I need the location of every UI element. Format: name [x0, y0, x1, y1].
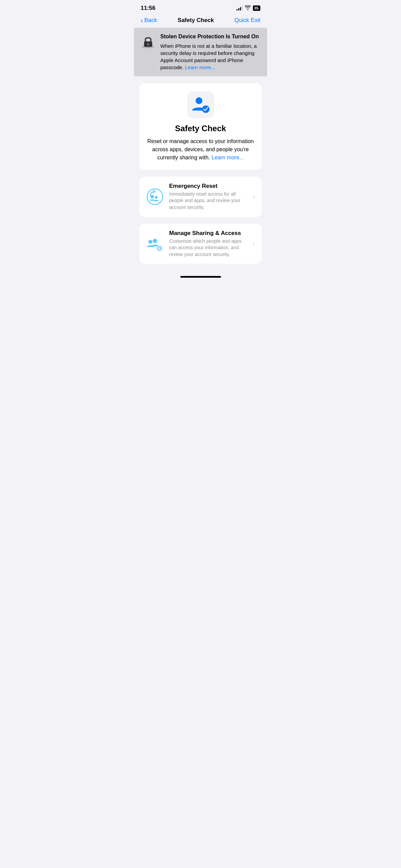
svg-rect-3: [148, 44, 149, 45]
home-bar: [180, 276, 221, 278]
emergency-reset-card[interactable]: Emergency Reset Immediately reset access…: [139, 177, 262, 217]
banner-description: When iPhone is not at a familiar locatio…: [160, 42, 260, 71]
manage-sharing-card[interactable]: Manage Sharing & Access Customize which …: [139, 224, 262, 264]
safety-check-icon-wrapper: [187, 91, 214, 118]
nav-bar: ‹ Back Safety Check Quick Exit: [134, 14, 267, 28]
manage-sharing-chevron-icon: ›: [253, 240, 255, 247]
back-chevron-icon: ‹: [141, 17, 143, 24]
svg-point-4: [196, 97, 202, 104]
svg-point-7: [151, 195, 154, 198]
quick-exit-button[interactable]: Quick Exit: [234, 17, 260, 24]
safety-check-icon: [192, 96, 210, 113]
banner-title: Stolen Device Protection Is Turned On: [160, 33, 260, 40]
status-icons: 85: [237, 5, 260, 11]
home-indicator: [134, 271, 267, 280]
svg-point-8: [155, 196, 158, 199]
back-label: Back: [144, 17, 157, 24]
svg-point-9: [148, 240, 153, 244]
page-title: Safety Check: [178, 17, 214, 24]
svg-point-10: [153, 239, 157, 243]
emergency-reset-text: Emergency Reset Immediately reset access…: [169, 183, 247, 211]
banner-content: Stolen Device Protection Is Turned On Wh…: [160, 33, 260, 71]
banner-learn-more-link[interactable]: Learn more...: [185, 64, 215, 70]
card-title: Safety Check: [146, 124, 255, 133]
emergency-reset-chevron-icon: ›: [253, 193, 255, 200]
emergency-reset-description: Immediately reset access for all people …: [169, 191, 247, 211]
lock-icon: [141, 34, 156, 52]
manage-sharing-text: Manage Sharing & Access Customize which …: [169, 230, 247, 258]
main-content: Safety Check Reset or manage access to y…: [134, 76, 267, 271]
emergency-reset-icon: [146, 188, 164, 205]
manage-sharing-description: Customize which people and apps can acce…: [169, 238, 247, 258]
card-learn-more-link[interactable]: Learn more...: [212, 155, 244, 160]
emergency-reset-title: Emergency Reset: [169, 183, 247, 190]
battery-indicator: 85: [253, 5, 260, 11]
manage-sharing-title: Manage Sharing & Access: [169, 230, 247, 237]
status-bar: 11:56 85: [134, 0, 267, 14]
back-button[interactable]: ‹ Back: [141, 17, 157, 24]
wifi-icon: [245, 5, 251, 11]
status-time: 11:56: [141, 5, 155, 12]
battery-level: 85: [255, 6, 259, 10]
card-description: Reset or manage access to your informati…: [146, 137, 255, 162]
stolen-device-banner: Stolen Device Protection Is Turned On Wh…: [134, 28, 267, 76]
signal-icon: [237, 6, 243, 11]
manage-sharing-icon: [146, 235, 164, 253]
safety-check-card: Safety Check Reset or manage access to y…: [139, 83, 262, 170]
